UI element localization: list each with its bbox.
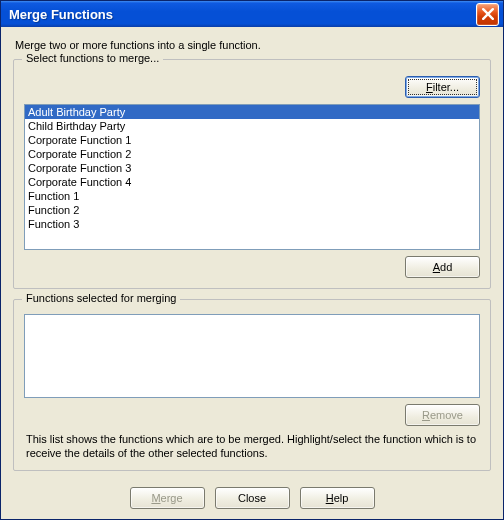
help-text: This list shows the functions which are … bbox=[26, 432, 478, 460]
filter-button[interactable]: Filter... bbox=[405, 76, 480, 98]
accelerator-char: A bbox=[433, 261, 440, 273]
titlebar: Merge Functions bbox=[1, 1, 503, 27]
close-button[interactable] bbox=[476, 3, 499, 26]
add-button[interactable]: Add bbox=[405, 256, 480, 278]
list-item[interactable]: Corporate Function 2 bbox=[25, 147, 479, 161]
accelerator-char: H bbox=[326, 492, 334, 504]
help-button[interactable]: Help bbox=[300, 487, 375, 509]
window-title: Merge Functions bbox=[9, 7, 476, 22]
instruction-text: Merge two or more functions into a singl… bbox=[15, 39, 489, 51]
group-select-legend: Select functions to merge... bbox=[22, 52, 163, 64]
group-select-functions: Select functions to merge... Filter... A… bbox=[13, 59, 491, 289]
selected-functions-list[interactable] bbox=[24, 314, 480, 398]
accelerator-char: R bbox=[422, 409, 430, 421]
client-area: Merge two or more functions into a singl… bbox=[1, 27, 503, 519]
list-item[interactable]: Function 1 bbox=[25, 189, 479, 203]
accelerator-char: M bbox=[151, 492, 160, 504]
list-item[interactable]: Corporate Function 3 bbox=[25, 161, 479, 175]
list-item[interactable]: Child Birthday Party bbox=[25, 119, 479, 133]
remove-button[interactable]: Remove bbox=[405, 404, 480, 426]
group-selected-legend: Functions selected for merging bbox=[22, 292, 180, 304]
list-item[interactable]: Function 2 bbox=[25, 203, 479, 217]
available-functions-list[interactable]: Adult Birthday PartyChild Birthday Party… bbox=[24, 104, 480, 250]
dialog-button-bar: Merge Close Help bbox=[13, 481, 491, 509]
accelerator-char: F bbox=[426, 81, 433, 93]
group-selected-functions: Functions selected for merging Remove Th… bbox=[13, 299, 491, 471]
merge-button[interactable]: Merge bbox=[130, 487, 205, 509]
close-dialog-button[interactable]: Close bbox=[215, 487, 290, 509]
list-item[interactable]: Adult Birthday Party bbox=[25, 105, 479, 119]
list-item[interactable]: Corporate Function 4 bbox=[25, 175, 479, 189]
list-item[interactable]: Function 3 bbox=[25, 217, 479, 231]
merge-functions-dialog: Merge Functions Merge two or more functi… bbox=[0, 0, 504, 520]
list-item[interactable]: Corporate Function 1 bbox=[25, 133, 479, 147]
close-icon bbox=[482, 8, 494, 20]
